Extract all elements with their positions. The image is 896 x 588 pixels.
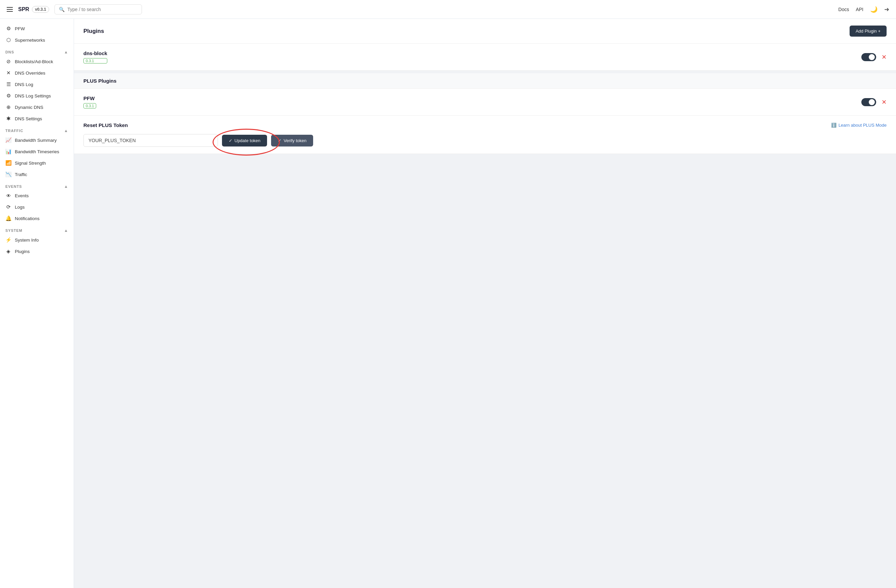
theme-toggle-icon[interactable]: 🌙 (870, 6, 878, 13)
dns-block-toggle[interactable] (861, 53, 876, 61)
dns-chevron-icon[interactable]: ▲ (64, 50, 68, 55)
main-area: ⚙ PFW ⬡ Supernetworks DNS ▲ ⊘ Blocklists… (0, 19, 896, 588)
sidebar-label-signal-strength: Signal Strength (15, 161, 46, 166)
sidebar-item-supernetworks[interactable]: ⬡ Supernetworks (0, 34, 74, 46)
dns-section-label: DNS (5, 50, 14, 54)
plugins-title: Plugins (84, 28, 104, 35)
sidebar-item-bandwidth-timeseries[interactable]: 📊 Bandwidth Timeseries (0, 146, 74, 157)
supernetworks-icon: ⬡ (5, 37, 11, 43)
sidebar-label-dns-log: DNS Log (15, 82, 33, 87)
dns-block-actions: ✕ (861, 53, 887, 61)
sidebar-item-signal-strength[interactable]: 📶 Signal Strength (0, 157, 74, 169)
add-plugin-button[interactable]: Add Plugin + (850, 26, 887, 36)
pfw-actions: ✕ (861, 98, 887, 106)
sidebar-label-dns-log-settings: DNS Log Settings (15, 93, 51, 99)
learn-plus-mode-link[interactable]: ℹ️ Learn about PLUS Mode (831, 123, 887, 128)
sidebar-label-bandwidth-timeseries: Bandwidth Timeseries (15, 149, 59, 154)
pfw-icon: ⚙ (5, 26, 11, 32)
sidebar-item-dns-log[interactable]: ☰ DNS Log (0, 79, 74, 90)
sidebar-item-dns-overrides[interactable]: ✕ DNS Overrides (0, 67, 74, 79)
header-actions: Docs API 🌙 ➜ (838, 6, 889, 13)
sidebar-item-logs[interactable]: ⟳ Logs (0, 201, 74, 213)
sidebar-item-system-info[interactable]: ⚡ System Info (0, 234, 74, 246)
dns-settings-icon: ✱ (5, 115, 11, 122)
app-logo: SPR v0.3.1 (18, 6, 49, 13)
pfw-plugin-row: PFW 0.3.1 ✕ (74, 89, 896, 115)
sidebar-item-blocklists[interactable]: ⊘ Blocklists/Ad-Block (0, 56, 74, 67)
dns-block-version: 0.3.1 (84, 58, 107, 64)
sidebar-label-traffic: Traffic (15, 172, 27, 177)
sidebar-item-plugins[interactable]: ◈ Plugins (0, 246, 74, 257)
verify-token-button[interactable]: ✓ Verify token (271, 135, 313, 146)
sidebar-label-events: Events (15, 193, 29, 198)
sidebar-label-bandwidth-summary: Bandwidth Summary (15, 138, 57, 143)
system-section-label: SYSTEM (5, 228, 23, 232)
logs-icon: ⟳ (5, 204, 11, 210)
dns-log-icon: ☰ (5, 81, 11, 87)
divider-1 (74, 71, 896, 73)
system-info-icon: ⚡ (5, 237, 11, 243)
events-icon: 👁 (5, 193, 11, 199)
sidebar-item-bandwidth-summary[interactable]: 📈 Bandwidth Summary (0, 134, 74, 146)
sidebar-label-pfw: PFW (15, 26, 25, 31)
pfw-plugin-name: PFW (84, 96, 96, 101)
search-input[interactable] (67, 7, 137, 12)
sidebar-item-notifications[interactable]: 🔔 Notifications (0, 213, 74, 224)
sidebar-item-events[interactable]: 👁 Events (0, 190, 74, 201)
sidebar-item-traffic[interactable]: 📉 Traffic (0, 169, 74, 180)
events-chevron-icon[interactable]: ▲ (64, 184, 68, 189)
dns-block-name: dns-block (84, 50, 107, 56)
pfw-version: 0.3.1 (84, 103, 96, 108)
version-badge: v0.3.1 (32, 6, 49, 13)
logout-icon[interactable]: ➜ (884, 6, 889, 13)
checkmark-icon: ✓ (229, 138, 232, 143)
update-token-button[interactable]: ✓ Update token (222, 135, 267, 146)
docs-link[interactable]: Docs (838, 7, 849, 12)
reset-token-section: Reset PLUS Token ℹ️ Learn about PLUS Mod… (74, 115, 896, 154)
token-row: ✓ Update token ✓ Verify token (84, 134, 887, 147)
sidebar-section-system: SYSTEM ▲ (0, 224, 74, 234)
traffic-chevron-icon[interactable]: ▲ (64, 128, 68, 133)
bandwidth-summary-icon: 📈 (5, 137, 11, 143)
app-container: SPR v0.3.1 🔍 Docs API 🌙 ➜ ⚙ PFW ⬡ Supern… (0, 0, 896, 588)
sidebar-item-dns-log-settings[interactable]: ⚙ DNS Log Settings (0, 90, 74, 102)
plugins-header: Plugins Add Plugin + (74, 19, 896, 44)
pfw-toggle[interactable] (861, 98, 876, 106)
signal-strength-icon: 📶 (5, 160, 11, 166)
reset-token-title: Reset PLUS Token (84, 122, 128, 128)
hamburger-menu[interactable] (7, 7, 13, 12)
main-content: Plugins Add Plugin + dns-block 0.3.1 (74, 19, 896, 588)
notifications-icon: 🔔 (5, 216, 11, 222)
sidebar-label-supernetworks: Supernetworks (15, 38, 45, 43)
sidebar-label-dynamic-dns: Dynamic DNS (15, 105, 43, 110)
dns-block-info: dns-block 0.3.1 (84, 50, 107, 64)
search-icon: 🔍 (59, 7, 65, 12)
sidebar-section-traffic: TRAFFIC ▲ (0, 124, 74, 134)
dns-block-plugin-row: dns-block 0.3.1 ✕ (74, 44, 896, 71)
app-name: SPR (18, 6, 29, 12)
blocklists-icon: ⊘ (5, 58, 11, 64)
verify-token-label: Verify token (283, 138, 306, 143)
plugins-icon: ◈ (5, 248, 11, 254)
verify-checkmark-icon: ✓ (278, 138, 282, 143)
dns-block-delete-icon[interactable]: ✕ (882, 53, 887, 61)
sidebar-item-dns-settings[interactable]: ✱ DNS Settings (0, 113, 74, 124)
sidebar-label-plugins: Plugins (15, 249, 30, 254)
sidebar-section-events: EVENTS ▲ (0, 180, 74, 190)
sidebar-section-dns: DNS ▲ (0, 46, 74, 56)
api-link[interactable]: API (856, 7, 863, 12)
dynamic-dns-icon: ⊕ (5, 104, 11, 110)
plugins-section: Plugins Add Plugin + dns-block 0.3.1 (74, 19, 896, 71)
pfw-delete-icon[interactable]: ✕ (882, 99, 887, 106)
update-token-wrapper: ✓ Update token (222, 135, 267, 146)
sidebar-item-dynamic-dns[interactable]: ⊕ Dynamic DNS (0, 102, 74, 113)
plus-plugins-section: PLUS Plugins PFW 0.3.1 (74, 73, 896, 154)
header: SPR v0.3.1 🔍 Docs API 🌙 ➜ (0, 0, 896, 19)
system-chevron-icon[interactable]: ▲ (64, 228, 68, 233)
token-input[interactable] (84, 134, 218, 147)
sidebar-item-pfw[interactable]: ⚙ PFW (0, 23, 74, 34)
search-box[interactable]: 🔍 (55, 5, 142, 14)
sidebar-label-dns-settings: DNS Settings (15, 116, 42, 121)
traffic-icon: 📉 (5, 172, 11, 178)
plus-section-header: PLUS Plugins (74, 73, 896, 89)
